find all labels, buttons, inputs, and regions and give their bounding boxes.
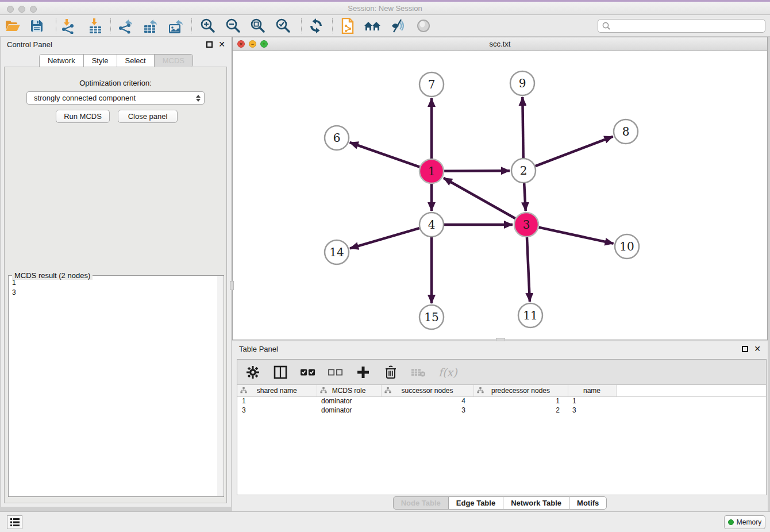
mcds-panel: Optimization criterion: strongly connect…: [4, 67, 227, 503]
hide-selected-icon[interactable]: [388, 16, 407, 36]
show-all-icon[interactable]: [414, 16, 433, 36]
save-session-icon[interactable]: [27, 16, 47, 36]
import-network-icon[interactable]: [58, 16, 78, 36]
cell-predecessor-nodes[interactable]: 2: [473, 406, 568, 415]
export-table-icon[interactable]: [141, 16, 160, 36]
export-network-icon[interactable]: [116, 16, 135, 36]
edge-2-3[interactable]: [524, 183, 526, 211]
tab-node-table[interactable]: Node Table: [393, 496, 448, 510]
search-input[interactable]: [611, 22, 765, 30]
cell-predecessor-nodes[interactable]: 1: [473, 396, 568, 406]
float-table-panel-icon[interactable]: [742, 346, 748, 352]
edge-2-9[interactable]: [522, 97, 523, 158]
apply-layout-icon[interactable]: [306, 16, 326, 36]
cell-successor-nodes[interactable]: 3: [381, 406, 473, 415]
node-label-10: 10: [619, 240, 634, 253]
settings-gear-icon[interactable]: [245, 365, 260, 380]
select-all-columns-icon[interactable]: [301, 365, 315, 380]
function-builder-icon: f(x): [438, 366, 457, 379]
new-network-from-selection-icon[interactable]: [338, 16, 357, 36]
network-view-window: ✕ − + scc.txt 7968124314101511: [232, 37, 768, 340]
first-neighbors-icon[interactable]: [363, 16, 382, 36]
export-image-icon[interactable]: [166, 16, 186, 36]
dropdown-value: strongly connected component: [34, 94, 136, 102]
network-window-titlebar: ✕ − + scc.txt: [233, 37, 767, 51]
edge-3-10[interactable]: [538, 228, 613, 244]
column-header-predecessor-nodes[interactable]: predecessor nodes: [473, 385, 568, 396]
close-window-icon[interactable]: [7, 6, 14, 13]
open-file-icon[interactable]: [3, 16, 22, 36]
delete-column-icon[interactable]: [383, 365, 398, 380]
node-label-14: 14: [329, 245, 344, 259]
column-header-shared-name[interactable]: shared name: [237, 385, 317, 396]
close-view-icon[interactable]: ✕: [237, 40, 245, 48]
tab-network-table[interactable]: Network Table: [503, 496, 569, 510]
close-panel-button[interactable]: Close panel: [118, 110, 178, 123]
main-toolbar: [0, 15, 770, 37]
network-view-title: scc.txt: [233, 40, 767, 48]
edge-1-6[interactable]: [350, 142, 420, 167]
table-panel-title: Table Panel: [239, 345, 278, 353]
search-box[interactable]: [598, 19, 765, 33]
import-table-icon[interactable]: [86, 16, 105, 36]
table-tabs: Node TableEdge TableNetwork TableMotifs: [232, 496, 768, 510]
table-header-row[interactable]: shared nameMCDS rolesuccessor nodesprede…: [237, 385, 766, 396]
unselect-all-columns-icon[interactable]: [328, 365, 343, 380]
tab-motifs[interactable]: Motifs: [569, 496, 607, 510]
edge-4-14[interactable]: [350, 228, 419, 248]
zoom-fit-icon[interactable]: [248, 16, 268, 36]
tab-style[interactable]: Style: [83, 54, 117, 67]
column-header-name[interactable]: name: [568, 385, 616, 396]
table-row[interactable]: 1dominator411: [237, 396, 766, 406]
edge-3-1[interactable]: [444, 178, 515, 218]
column-header-successor-nodes[interactable]: successor nodes: [381, 385, 473, 396]
zoom-selected-icon[interactable]: [274, 16, 293, 36]
mcds-result-text[interactable]: 1 3: [10, 278, 217, 495]
control-panel-tabs: NetworkStyleSelectMCDS: [1, 54, 231, 67]
toolbar-separator: [332, 18, 333, 33]
memory-label: Memory: [737, 518, 761, 526]
network-canvas[interactable]: 7968124314101511: [233, 51, 767, 340]
cell-successor-nodes[interactable]: 4: [381, 396, 473, 406]
node-label-4: 4: [428, 218, 436, 232]
column-header-MCDS-role[interactable]: MCDS role: [317, 385, 381, 396]
split-columns-icon[interactable]: [273, 365, 288, 380]
maximize-window-icon[interactable]: [30, 6, 37, 13]
task-history-button[interactable]: [7, 515, 22, 529]
add-column-icon[interactable]: [356, 365, 371, 380]
cell-MCDS-role[interactable]: dominator: [317, 396, 381, 406]
node-label-6: 6: [333, 131, 341, 145]
tab-edge-table[interactable]: Edge Table: [448, 496, 503, 510]
close-panel-icon[interactable]: ✕: [218, 40, 225, 48]
node-label-9: 9: [519, 76, 526, 90]
cell-shared-name[interactable]: 1: [237, 396, 317, 406]
app-title: Session: New Session: [0, 4, 770, 13]
node-table[interactable]: shared nameMCDS rolesuccessor nodesprede…: [237, 385, 766, 415]
edge-2-8[interactable]: [536, 137, 613, 167]
minimize-view-icon[interactable]: −: [249, 40, 256, 48]
minimize-window-icon[interactable]: [18, 6, 25, 13]
cell-shared-name[interactable]: 3: [237, 406, 317, 415]
table-row[interactable]: 3dominator323: [237, 406, 766, 415]
edge-1-2[interactable]: [444, 171, 510, 171]
result-scrollbar[interactable]: [217, 276, 223, 496]
cell-name[interactable]: 1: [568, 396, 616, 406]
vertical-grip[interactable]: [230, 281, 234, 290]
control-panel: Control Panel ✕ NetworkStyleSelectMCDS O…: [1, 37, 231, 507]
optimization-criterion-dropdown[interactable]: strongly connected component: [26, 91, 205, 105]
search-icon: [602, 21, 611, 30]
edge-3-11[interactable]: [527, 237, 530, 302]
cell-MCDS-role[interactable]: dominator: [317, 406, 381, 415]
float-panel-icon[interactable]: [206, 41, 213, 48]
zoom-in-icon[interactable]: [198, 16, 218, 36]
network-graph[interactable]: 7968124314101511: [233, 51, 767, 340]
memory-button[interactable]: Memory: [724, 515, 765, 529]
tab-network[interactable]: Network: [39, 54, 83, 67]
cell-name[interactable]: 3: [568, 406, 616, 415]
tab-select[interactable]: Select: [117, 54, 154, 67]
close-table-panel-icon[interactable]: ✕: [754, 345, 761, 353]
run-mcds-button[interactable]: Run MCDS: [56, 110, 110, 123]
maximize-view-icon[interactable]: +: [260, 40, 268, 48]
tab-mcds[interactable]: MCDS: [154, 54, 193, 67]
zoom-out-icon[interactable]: [224, 16, 243, 36]
